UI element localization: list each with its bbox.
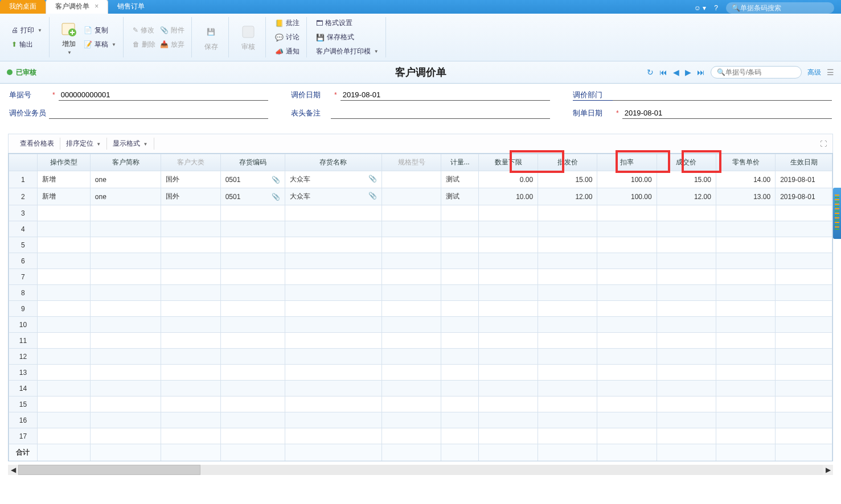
cell-empty[interactable] bbox=[90, 365, 161, 381]
table-row[interactable]: 14 bbox=[9, 381, 832, 396]
add-button[interactable]: 增加▼ bbox=[56, 18, 81, 57]
cell-empty[interactable] bbox=[161, 301, 220, 317]
cell-empty[interactable] bbox=[478, 365, 538, 381]
cell-empty[interactable] bbox=[478, 301, 538, 317]
cell-empty[interactable] bbox=[220, 285, 285, 301]
cell-empty[interactable] bbox=[441, 285, 479, 301]
create-date-input[interactable] bbox=[622, 108, 832, 119]
col-header[interactable]: 规格型号 bbox=[381, 154, 441, 171]
cell-empty[interactable] bbox=[597, 365, 657, 381]
cell-empty[interactable] bbox=[716, 317, 775, 333]
cell-empty[interactable] bbox=[657, 412, 716, 428]
paperclip-icon[interactable]: 📎 bbox=[272, 176, 280, 184]
cell-empty[interactable] bbox=[220, 349, 285, 365]
cell-empty[interactable] bbox=[441, 221, 479, 237]
cell-empty[interactable] bbox=[716, 205, 775, 221]
cell-empty[interactable] bbox=[776, 396, 832, 412]
cell-empty[interactable] bbox=[220, 396, 285, 412]
cell-empty[interactable] bbox=[597, 221, 657, 237]
cell-empty[interactable] bbox=[90, 269, 161, 285]
display-format-button[interactable]: 显示格式 ▼ bbox=[107, 138, 154, 150]
cell-empty[interactable] bbox=[776, 205, 832, 221]
cell-empty[interactable] bbox=[37, 365, 90, 381]
tab-desktop[interactable]: 我的桌面 bbox=[0, 0, 46, 14]
table-row[interactable]: 2新增one国外0501📎大众车📎测试10.0012.00100.0012.00… bbox=[9, 188, 832, 205]
cell-empty[interactable] bbox=[716, 221, 775, 237]
notify-button[interactable]: 📣通知 bbox=[273, 46, 302, 57]
nav-search[interactable]: 🔍 bbox=[711, 66, 802, 79]
cell-empty[interactable] bbox=[657, 396, 716, 412]
tab-current[interactable]: 客户调价单 × bbox=[46, 0, 108, 14]
table-row[interactable]: 5 bbox=[9, 237, 832, 253]
cell-empty[interactable] bbox=[716, 253, 775, 269]
cell-empty[interactable] bbox=[381, 396, 441, 412]
cell-empty[interactable] bbox=[441, 396, 479, 412]
cell-empty[interactable] bbox=[538, 396, 597, 412]
cell-empty[interactable] bbox=[538, 253, 597, 269]
tab-sales[interactable]: 销售订单 bbox=[108, 0, 154, 14]
cell-empty[interactable] bbox=[37, 221, 90, 237]
dept-label[interactable]: 调价部门 bbox=[573, 90, 613, 101]
cell-empty[interactable] bbox=[478, 412, 538, 428]
cell-empty[interactable] bbox=[478, 333, 538, 349]
cell-empty[interactable] bbox=[478, 349, 538, 365]
cell-empty[interactable] bbox=[37, 381, 90, 396]
print-template-button[interactable]: 客户调价单打印模▼ bbox=[314, 46, 381, 57]
cell-empty[interactable] bbox=[776, 237, 832, 253]
cell-empty[interactable] bbox=[597, 253, 657, 269]
format-set-button[interactable]: 🗔格式设置 bbox=[314, 17, 381, 29]
cell-empty[interactable] bbox=[597, 381, 657, 396]
cell-empty[interactable] bbox=[285, 301, 381, 317]
cell-empty[interactable] bbox=[441, 237, 479, 253]
cell-empty[interactable] bbox=[597, 412, 657, 428]
cell-empty[interactable] bbox=[220, 237, 285, 253]
modify-button[interactable]: ✎修改 bbox=[130, 24, 158, 36]
col-header[interactable]: 数量下限 bbox=[478, 154, 538, 171]
cell-empty[interactable] bbox=[285, 428, 381, 444]
top-search[interactable]: 🔍 bbox=[726, 2, 834, 14]
cell-empty[interactable] bbox=[220, 412, 285, 428]
cell-empty[interactable] bbox=[220, 317, 285, 333]
cell-eff[interactable]: 2019-08-01 bbox=[776, 188, 832, 205]
cell-op[interactable]: 新增 bbox=[37, 188, 90, 205]
cell-empty[interactable] bbox=[161, 269, 220, 285]
cell-empty[interactable] bbox=[478, 381, 538, 396]
cell-empty[interactable] bbox=[716, 301, 775, 317]
help-icon[interactable]: ? bbox=[714, 4, 718, 12]
cell-empty[interactable] bbox=[716, 269, 775, 285]
cell-cat[interactable]: 国外 bbox=[161, 171, 220, 188]
col-header[interactable]: 生效日期 bbox=[776, 154, 832, 171]
cell-empty[interactable] bbox=[161, 333, 220, 349]
cell-wholesale[interactable]: 12.00 bbox=[538, 188, 597, 205]
smile-icon[interactable]: ☺ ▾ bbox=[694, 4, 707, 12]
cell-empty[interactable] bbox=[381, 412, 441, 428]
table-row[interactable]: 8 bbox=[9, 285, 832, 301]
cell-empty[interactable] bbox=[716, 349, 775, 365]
paperclip-icon[interactable]: 📎 bbox=[368, 175, 377, 183]
cell-empty[interactable] bbox=[90, 333, 161, 349]
cell-empty[interactable] bbox=[478, 285, 538, 301]
cell-empty[interactable] bbox=[381, 269, 441, 285]
cell-empty[interactable] bbox=[441, 301, 479, 317]
expand-icon[interactable]: ⛶ bbox=[820, 140, 827, 148]
cell-empty[interactable] bbox=[597, 396, 657, 412]
cell-empty[interactable] bbox=[538, 205, 597, 221]
cell-empty[interactable] bbox=[381, 301, 441, 317]
cell-wholesale[interactable]: 15.00 bbox=[538, 171, 597, 188]
cell-rate[interactable]: 100.00 bbox=[597, 188, 657, 205]
cell-empty[interactable] bbox=[597, 333, 657, 349]
cell-empty[interactable] bbox=[478, 237, 538, 253]
cell-empty[interactable] bbox=[161, 381, 220, 396]
cell-empty[interactable] bbox=[776, 253, 832, 269]
cell-empty[interactable] bbox=[161, 285, 220, 301]
cell-empty[interactable] bbox=[657, 205, 716, 221]
cell-eff[interactable]: 2019-08-01 bbox=[776, 171, 832, 188]
col-header[interactable]: 客户大类 bbox=[161, 154, 220, 171]
cell-empty[interactable] bbox=[776, 412, 832, 428]
cell-empty[interactable] bbox=[478, 221, 538, 237]
table-row[interactable]: 6 bbox=[9, 253, 832, 269]
cell-empty[interactable] bbox=[657, 349, 716, 365]
table-row[interactable]: 10 bbox=[9, 317, 832, 333]
table-row[interactable]: 11 bbox=[9, 333, 832, 349]
cell-empty[interactable] bbox=[285, 221, 381, 237]
